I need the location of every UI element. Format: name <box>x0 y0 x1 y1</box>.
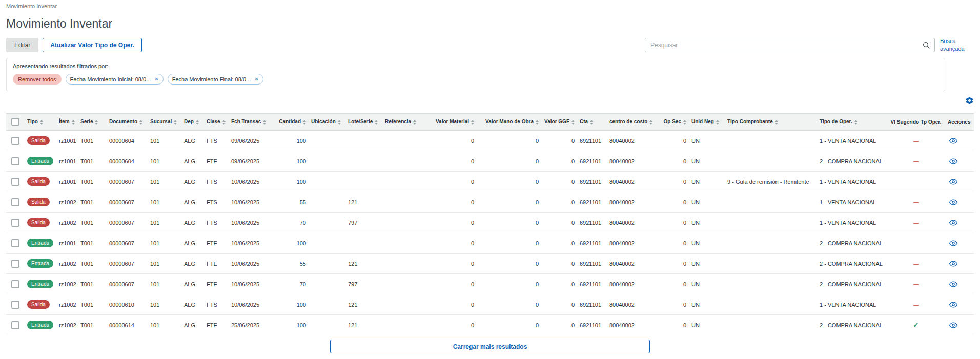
sort-icon[interactable] <box>775 120 778 125</box>
cell-item: rz1001 <box>56 172 78 192</box>
movement-type-badge: Salida <box>27 300 50 309</box>
row-checkbox[interactable] <box>11 178 19 186</box>
cell-acciones <box>945 131 974 151</box>
sort-icon[interactable] <box>40 120 43 125</box>
col-header-sucursal[interactable]: Sucursal <box>148 114 181 131</box>
col-header-fch_transac[interactable]: Fch Transac <box>229 114 275 131</box>
cell-tipo_de_oper: 1 - VENTA NACIONAL <box>817 131 887 151</box>
col-header-vi_sugerido: VI Sugerido Tp Oper. <box>887 114 945 131</box>
col-header-ubicacion[interactable]: Ubicación <box>309 114 345 131</box>
chip-close-icon[interactable]: ✕ <box>254 76 258 82</box>
col-header-valor_ggf[interactable]: Valor GGF <box>541 114 577 131</box>
edit-button[interactable]: Editar <box>6 38 38 52</box>
cell-dep: ALG <box>181 315 204 335</box>
sort-icon[interactable] <box>536 120 539 125</box>
sort-icon[interactable] <box>471 120 474 125</box>
row-checkbox[interactable] <box>11 260 19 268</box>
update-oper-type-button[interactable]: Atualizar Valor Tipo de Oper. <box>43 38 141 52</box>
view-row-button[interactable] <box>948 279 959 290</box>
row-checkbox[interactable] <box>11 157 19 165</box>
view-row-button[interactable] <box>948 176 959 187</box>
view-row-button[interactable] <box>948 320 959 331</box>
cell-clase: FTS <box>204 172 229 192</box>
col-header-unid_neg[interactable]: Unid Neg <box>689 114 725 131</box>
col-header-label: Valor Mano de Obra <box>485 119 534 124</box>
col-header-cta[interactable]: Cta <box>577 114 607 131</box>
cell-acciones <box>945 213 974 233</box>
sort-icon[interactable] <box>716 120 719 125</box>
sort-icon[interactable] <box>174 120 177 125</box>
col-header-op_sec[interactable]: Op Sec <box>660 114 689 131</box>
sort-icon[interactable] <box>590 120 593 125</box>
cell-valor_mano_de_obra: 0 <box>477 274 541 294</box>
cell-dep: ALG <box>181 151 204 172</box>
col-header-documento[interactable]: Documento <box>107 114 148 131</box>
sort-icon[interactable] <box>139 120 142 125</box>
cell-centro_de_costo: 80040002 <box>607 172 660 192</box>
cell-tipo: Salida <box>25 192 56 213</box>
col-header-label: Valor Material <box>436 119 469 124</box>
col-header-valor_mano_de_obra[interactable]: Valor Mano de Obra <box>477 114 541 131</box>
movement-type-badge: Entrada <box>27 157 53 165</box>
remove-all-filters-chip[interactable]: Remover todos <box>13 74 62 85</box>
sort-icon[interactable] <box>683 120 686 125</box>
chip-close-icon[interactable]: ✕ <box>154 76 158 82</box>
row-checkbox[interactable] <box>11 219 19 227</box>
sort-icon[interactable] <box>649 120 652 125</box>
cell-documento: 00000607 <box>107 254 148 274</box>
cell-ubicacion <box>309 233 345 254</box>
search-input[interactable] <box>645 38 935 52</box>
col-header-item[interactable]: Ítem <box>56 114 78 131</box>
sort-icon[interactable] <box>413 120 416 125</box>
filter-chip[interactable]: Fecha Movimiento Inicial: 08/0...✕ <box>66 74 164 85</box>
sort-icon[interactable] <box>95 120 98 125</box>
row-checkbox[interactable] <box>11 198 19 206</box>
row-checkbox[interactable] <box>11 280 19 288</box>
col-header-cantidad[interactable]: Cantidad <box>275 114 309 131</box>
row-select-cell <box>6 315 25 335</box>
sort-icon[interactable] <box>303 120 306 125</box>
row-checkbox[interactable] <box>11 137 19 145</box>
view-row-button[interactable] <box>948 197 959 208</box>
filter-chip-label: Fecha Movimiento Final: 08/0... <box>172 76 251 82</box>
col-header-clase[interactable]: Clase <box>204 114 229 131</box>
movement-type-badge: Entrada <box>27 280 53 288</box>
row-checkbox[interactable] <box>11 321 19 329</box>
sort-icon[interactable] <box>571 120 575 125</box>
cell-valor_material: 0 <box>427 151 477 172</box>
search-icon[interactable] <box>922 41 930 49</box>
col-header-referencia[interactable]: Referencia <box>382 114 427 131</box>
col-header-centro_de_costo[interactable]: centro de costo <box>607 114 660 131</box>
col-header-tipo_de_oper[interactable]: Tipo de Oper. <box>817 114 887 131</box>
row-checkbox[interactable] <box>11 301 19 309</box>
sort-icon[interactable] <box>338 120 341 125</box>
col-header-dep[interactable]: Dep <box>181 114 204 131</box>
advanced-search-link[interactable]: Busca avançada <box>940 37 974 53</box>
sort-icon[interactable] <box>854 120 858 125</box>
filter-chip[interactable]: Fecha Movimiento Final: 08/0...✕ <box>168 74 263 85</box>
view-row-button[interactable] <box>948 258 959 269</box>
col-header-tipo_comprobante[interactable]: Tipo Comprobante <box>725 114 817 131</box>
col-header-tipo[interactable]: Tipo <box>25 114 56 131</box>
col-header-serie[interactable]: Serie <box>78 114 107 131</box>
col-header-valor_material[interactable]: Valor Material <box>427 114 477 131</box>
view-row-button[interactable] <box>948 217 959 228</box>
page: Movimiento Inventar Movimiento Inventar … <box>0 0 980 353</box>
cell-item: rz1002 <box>56 294 78 315</box>
sort-icon[interactable] <box>196 120 199 125</box>
row-checkbox[interactable] <box>11 239 19 247</box>
sort-icon[interactable] <box>375 120 378 125</box>
view-row-button[interactable] <box>948 299 959 310</box>
sort-icon[interactable] <box>222 120 226 125</box>
col-header-label: Valor GGF <box>544 119 569 124</box>
view-row-button[interactable] <box>948 156 959 167</box>
select-all-checkbox[interactable] <box>11 118 19 126</box>
view-row-button[interactable] <box>948 238 959 249</box>
sort-icon[interactable] <box>263 120 266 125</box>
col-header-lote_serie[interactable]: Lote/Serie <box>345 114 382 131</box>
sort-icon[interactable] <box>72 120 75 125</box>
view-row-button[interactable] <box>948 135 959 146</box>
breadcrumb[interactable]: Movimiento Inventar <box>6 3 57 9</box>
load-more-button[interactable]: Carregar mais resultados <box>330 340 650 353</box>
gear-icon[interactable] <box>965 96 974 105</box>
